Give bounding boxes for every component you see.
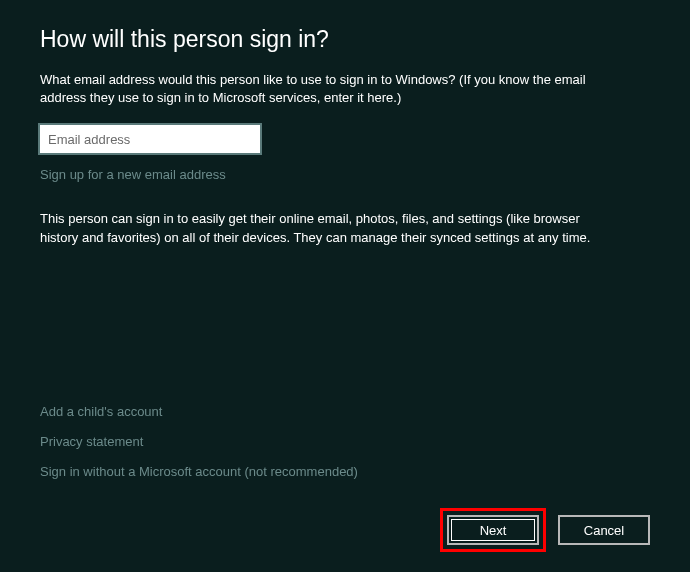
dialog-container: How will this person sign in? What email… [0, 0, 690, 572]
next-button-highlight: Next [440, 508, 546, 552]
description-text: What email address would this person lik… [40, 71, 610, 107]
button-row: Next Cancel [440, 508, 650, 552]
info-text: This person can sign in to easily get th… [40, 210, 620, 246]
next-button[interactable]: Next [447, 515, 539, 545]
signup-link[interactable]: Sign up for a new email address [40, 167, 650, 182]
cancel-button[interactable]: Cancel [558, 515, 650, 545]
page-title: How will this person sign in? [40, 26, 650, 53]
bottom-links-section: Add a child's account Privacy statement … [40, 404, 358, 494]
add-child-link[interactable]: Add a child's account [40, 404, 358, 419]
no-ms-account-link[interactable]: Sign in without a Microsoft account (not… [40, 464, 358, 479]
privacy-link[interactable]: Privacy statement [40, 434, 358, 449]
email-field[interactable] [40, 125, 260, 153]
